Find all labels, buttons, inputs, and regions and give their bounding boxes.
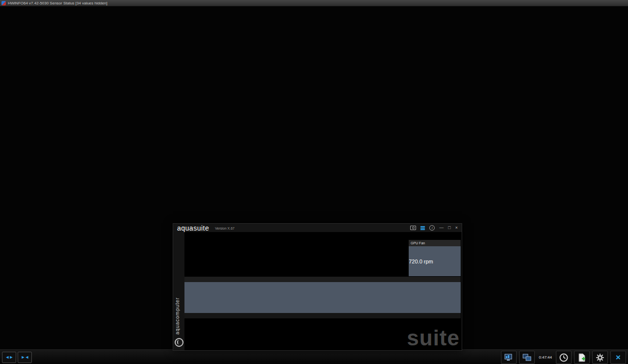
aquasuite-version: Version X.67	[215, 227, 235, 230]
hwinfo-window: HWiNFO64 v7.42-5030 Sensor Status [34 va…	[0, 0, 628, 364]
collapse-columns-button[interactable]: ►◄	[18, 352, 32, 363]
minimize-button[interactable]: —	[439, 224, 444, 232]
close-button[interactable]: ×	[610, 351, 626, 364]
temp-graph-row	[184, 318, 461, 349]
hwinfo-bottom-bar: ◄► ►◄ 0:47:44	[0, 349, 628, 364]
screenshot-icon[interactable]	[410, 226, 416, 230]
sensors-tray-button[interactable]	[501, 351, 517, 364]
aquasuite-logo: aquasuite	[177, 224, 209, 232]
report-file-icon	[578, 353, 586, 362]
aquasuite-titlebar[interactable]: aquasuite Version X.67 i — □ ×	[173, 224, 462, 233]
aquacomputer-logo-icon	[175, 338, 183, 347]
window-title: HWiNFO64 v7.42-5030 Sensor Status [34 va…	[8, 1, 107, 5]
dual-monitor-icon	[523, 354, 531, 362]
clock-icon	[559, 353, 568, 362]
fan-value-row	[184, 282, 461, 313]
gpu-fan-stats	[433, 246, 461, 276]
uptime-clock: 0:47:44	[539, 355, 552, 360]
layers-icon[interactable]	[420, 226, 425, 230]
report-button[interactable]	[574, 351, 590, 364]
aquasuite-window: aquasuite Version X.67 i — □ × aquacompu…	[173, 223, 462, 351]
gear-icon	[596, 353, 604, 362]
aquasuite-sidebar: aquacomputer	[173, 232, 184, 350]
close-x-icon: ×	[616, 351, 621, 364]
hwinfo-titlebar[interactable]: HWiNFO64 v7.42-5030 Sensor Status [34 va…	[0, 0, 628, 6]
clock-button[interactable]	[556, 351, 572, 364]
temp-graph-header-row	[184, 313, 461, 318]
hwinfo-app-icon	[1, 1, 6, 5]
maximize-button[interactable]: □	[448, 224, 450, 232]
expand-columns-button[interactable]: ◄►	[2, 352, 16, 363]
gpu-fan-value: 720.0 rpm	[409, 246, 433, 276]
gpu-fan-label: GPU Fan	[409, 240, 461, 246]
remote-monitor-button[interactable]	[519, 351, 535, 364]
fan-header-row	[184, 277, 461, 282]
aquacomputer-brand: aquacomputer	[175, 297, 180, 335]
aquasuite-close-button[interactable]: ×	[455, 224, 458, 232]
gauge-row	[184, 233, 396, 276]
gpu-fan-panel: GPU Fan 720.0 rpm	[409, 240, 461, 276]
monitor-sensors-icon	[504, 354, 513, 362]
info-icon[interactable]: i	[429, 225, 435, 231]
settings-button[interactable]	[592, 351, 608, 364]
